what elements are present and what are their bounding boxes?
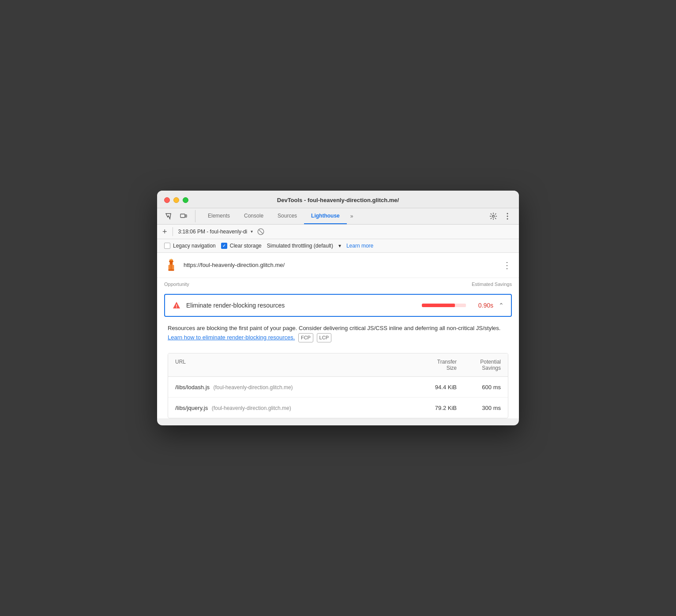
svg-rect-14 (170, 264, 172, 269)
svg-rect-0 (180, 214, 185, 218)
legacy-nav-checkbox[interactable] (164, 243, 170, 249)
savings-bar-container (422, 304, 466, 307)
section-headers: Opportunity Estimated Savings (157, 278, 519, 290)
block-icon[interactable] (256, 227, 265, 236)
lcp-badge: LCP (317, 333, 331, 343)
table-row: /libs/lodash.js (foul-heavenly-direction… (168, 377, 508, 398)
svg-rect-1 (185, 215, 187, 217)
clear-storage-option[interactable]: Clear storage (221, 243, 262, 249)
throttle-label: Simulated throttling (default) (267, 243, 333, 249)
minimize-button[interactable] (173, 197, 179, 203)
col-url-header: URL (175, 359, 413, 371)
svg-point-2 (492, 215, 495, 218)
learn-eliminate-link[interactable]: Learn how to eliminate render-blocking r… (168, 334, 295, 341)
fcp-badge: FCP (298, 333, 313, 343)
table-row: /libs/jquery.js (foul-heavenly-direction… (168, 398, 508, 418)
legacy-nav-option[interactable]: Legacy navigation (164, 243, 216, 249)
title-bar: DevTools - foul-heavenly-direction.glitc… (157, 191, 519, 208)
lighthouse-icon (164, 258, 178, 272)
add-button[interactable]: + (162, 228, 167, 236)
opportunity-header: Opportunity (164, 282, 189, 287)
warning-icon: ! (172, 301, 181, 310)
url-row: https://foul-heavenly-direction.glitch.m… (157, 253, 519, 278)
resource-savings-2: 300 ms (457, 405, 501, 411)
svg-point-5 (507, 218, 508, 219)
svg-rect-9 (170, 262, 173, 264)
opportunity-header-row: ! Eliminate render-blocking resources 0.… (165, 295, 511, 316)
resource-savings-1: 600 ms (457, 384, 501, 391)
savings-bar (422, 304, 455, 307)
main-content: https://foul-heavenly-direction.glitch.m… (157, 253, 519, 418)
settings-icon[interactable] (487, 210, 499, 222)
tab-elements[interactable]: Elements (201, 208, 237, 224)
estimated-savings-header: Estimated Savings (472, 282, 512, 287)
description-text: Resources are blocking the first paint o… (168, 324, 508, 342)
url-menu-button[interactable]: ⋮ (503, 261, 512, 270)
inspect-icon[interactable] (162, 210, 175, 222)
resources-table: URL Transfer Size Potential Savings /lib… (168, 353, 508, 418)
svg-text:!: ! (176, 303, 177, 308)
svg-rect-11 (169, 259, 173, 261)
traffic-lights (164, 197, 188, 203)
tab-console[interactable]: Console (237, 208, 270, 224)
throttle-dropdown[interactable]: ▾ (338, 243, 341, 249)
url-dropdown-arrow[interactable]: ▾ (251, 229, 253, 234)
device-icon[interactable] (177, 210, 190, 222)
table-header: URL Transfer Size Potential Savings (168, 353, 508, 377)
resource-size-1: 94.4 KiB (413, 384, 457, 391)
description-text-before: Resources are blocking the first paint o… (168, 325, 500, 331)
col-size-header: Transfer Size (413, 359, 457, 371)
learn-more-link[interactable]: Learn more (346, 243, 373, 249)
svg-line-7 (259, 229, 263, 234)
url-timestamp: 3:18:06 PM - foul-heavenly-di (178, 229, 248, 235)
svg-point-3 (507, 213, 508, 214)
toolbar: + 3:18:06 PM - foul-heavenly-di ▾ (157, 225, 519, 239)
svg-rect-13 (169, 269, 174, 270)
maximize-button[interactable] (183, 197, 188, 203)
svg-point-4 (507, 215, 508, 217)
savings-value: 0.90s (471, 302, 493, 309)
options-bar: Legacy navigation Clear storage Simulate… (157, 239, 519, 253)
tab-lighthouse[interactable]: Lighthouse (304, 208, 347, 224)
more-menu-icon[interactable] (501, 210, 514, 222)
devtools-tabs-bar: Elements Console Sources Lighthouse » (157, 208, 519, 225)
toolbar-divider (173, 227, 173, 236)
col-savings-header: Potential Savings (457, 359, 501, 371)
window-title: DevTools - foul-heavenly-direction.glitc… (277, 197, 399, 203)
resource-size-2: 79.2 KiB (413, 405, 457, 411)
clear-storage-checkbox[interactable] (221, 243, 227, 249)
throttle-arrow: ▾ (338, 243, 341, 249)
devtools-window: DevTools - foul-heavenly-direction.glitc… (157, 191, 519, 425)
close-button[interactable] (164, 197, 170, 203)
opportunity-title: Eliminate render-blocking resources (186, 302, 417, 309)
clear-storage-label: Clear storage (230, 243, 262, 249)
opportunity-row[interactable]: ! Eliminate render-blocking resources 0.… (164, 294, 512, 317)
tab-more[interactable]: » (347, 209, 357, 224)
expand-icon[interactable]: ⌃ (499, 302, 504, 309)
description-section: Resources are blocking the first paint o… (157, 320, 519, 349)
legacy-nav-label: Legacy navigation (173, 243, 216, 249)
devtools-right-icons (487, 210, 514, 222)
svg-marker-12 (170, 259, 172, 259)
page-url: https://foul-heavenly-direction.glitch.m… (184, 262, 503, 268)
resource-url-2: /libs/jquery.js (foul-heavenly-direction… (175, 404, 413, 412)
tab-sources[interactable]: Sources (270, 208, 304, 224)
resource-url-1: /libs/lodash.js (foul-heavenly-direction… (175, 383, 413, 391)
devtools-icons (162, 210, 195, 222)
